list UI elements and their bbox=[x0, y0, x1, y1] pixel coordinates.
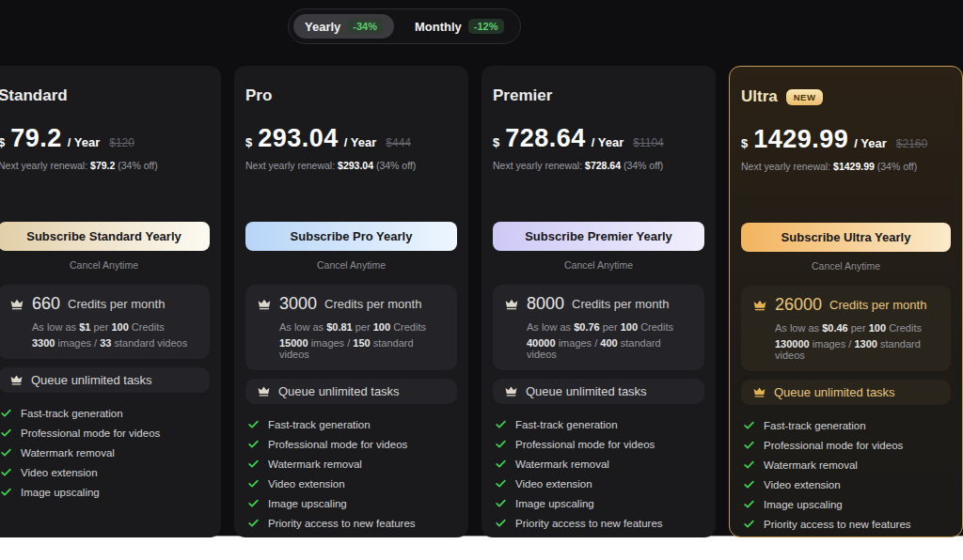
monthly-discount-badge: -12% bbox=[468, 19, 504, 34]
pricing-section: Yearly -34% Monthly -12% Standard $ 79.2… bbox=[0, 0, 963, 537]
monthly-label: Monthly bbox=[415, 20, 462, 34]
feature-list: Fast-track generation Professional mode … bbox=[493, 418, 704, 529]
price: $ 79.2 / Year $120 bbox=[0, 124, 210, 153]
check-icon bbox=[495, 517, 507, 529]
check-icon bbox=[247, 458, 260, 470]
credits-capacity: 40000 images / 400 standard videos bbox=[527, 337, 693, 360]
cancel-anytime-note: Cancel Anytime bbox=[493, 259, 704, 271]
check-icon bbox=[495, 458, 507, 470]
check-icon bbox=[0, 427, 12, 439]
check-icon bbox=[247, 497, 260, 509]
price-amount: 79.2 bbox=[10, 124, 62, 153]
price-period: / Year bbox=[344, 135, 376, 149]
subscribe-ultra-button[interactable]: Subscribe Ultra Yearly bbox=[741, 223, 951, 252]
feature-list: Fast-track generation Professional mode … bbox=[0, 407, 210, 498]
credits-capacity: 3300 images / 33 standard videos bbox=[32, 337, 198, 349]
renewal-note: Next yearly renewal: $79.2 (34% off) bbox=[0, 160, 210, 171]
queue-box: Queue unlimited tasks bbox=[493, 379, 704, 404]
currency-sign: $ bbox=[0, 135, 5, 149]
price: $ 293.04 / Year $444 bbox=[245, 124, 457, 153]
queue-label: Queue unlimited tasks bbox=[526, 384, 647, 398]
crown-icon bbox=[752, 298, 767, 313]
check-icon bbox=[0, 446, 12, 459]
feature-item: Watermark removal bbox=[247, 458, 457, 470]
feature-list: Fast-track generation Professional mode … bbox=[741, 419, 951, 537]
crown-icon bbox=[752, 385, 766, 399]
check-icon bbox=[495, 477, 507, 490]
price-period: / Year bbox=[854, 136, 886, 150]
feature-item: Priority access to new features bbox=[247, 517, 457, 529]
price-period: / Year bbox=[68, 135, 100, 149]
cancel-anytime-note: Cancel Anytime bbox=[741, 260, 951, 272]
plan-name: Pro bbox=[245, 86, 457, 105]
currency-sign: $ bbox=[493, 135, 499, 149]
billing-period-toggle: Yearly -34% Monthly -12% bbox=[288, 8, 521, 44]
cancel-anytime-note: Cancel Anytime bbox=[0, 259, 210, 271]
crown-icon bbox=[504, 384, 518, 398]
queue-box: Queue unlimited tasks bbox=[0, 367, 210, 393]
original-price: $2160 bbox=[896, 137, 927, 150]
feature-item: Image upscaling bbox=[247, 497, 457, 509]
plan-name: Standard bbox=[0, 86, 210, 105]
credits-rate: As low as $0.81 per 100 Credits bbox=[279, 321, 446, 333]
subscribe-premier-button[interactable]: Subscribe Premier Yearly bbox=[493, 222, 704, 251]
feature-item: Fast-track generation bbox=[247, 418, 457, 430]
plan-card-ultra: UltraNEW $ 1429.99 / Year $2160 Next yea… bbox=[729, 66, 963, 537]
check-icon bbox=[495, 497, 507, 509]
credits-label: Credits per month bbox=[829, 298, 926, 312]
check-icon bbox=[0, 407, 12, 419]
feature-item: Fast-track generation bbox=[495, 418, 704, 430]
check-icon bbox=[743, 419, 755, 431]
feature-item: Video extension bbox=[0, 466, 210, 478]
feature-item: Priority access to new features bbox=[743, 518, 951, 530]
check-icon bbox=[247, 517, 260, 529]
toggle-yearly[interactable]: Yearly -34% bbox=[293, 14, 394, 39]
feature-item: Professional mode for videos bbox=[495, 438, 704, 450]
feature-item: Image upscaling bbox=[743, 498, 951, 510]
check-icon bbox=[0, 486, 12, 498]
queue-label: Queue unlimited tasks bbox=[31, 373, 152, 387]
check-icon bbox=[247, 438, 260, 450]
feature-item: Priority access to new features bbox=[495, 517, 704, 529]
check-icon bbox=[495, 418, 507, 430]
subscribe-standard-button[interactable]: Subscribe Standard Yearly bbox=[0, 222, 210, 251]
check-icon bbox=[743, 498, 755, 510]
original-price: $444 bbox=[386, 136, 411, 149]
queue-label: Queue unlimited tasks bbox=[774, 385, 895, 399]
check-icon bbox=[743, 478, 755, 490]
crown-icon bbox=[257, 297, 272, 312]
queue-box: Queue unlimited tasks bbox=[245, 379, 457, 404]
queue-label: Queue unlimited tasks bbox=[278, 384, 400, 398]
billing-toggle-bar: Yearly -34% Monthly -12% bbox=[0, 0, 963, 58]
credits-label: Credits per month bbox=[68, 297, 165, 311]
plan-cards-row: Standard $ 79.2 / Year $120 Next yearly … bbox=[0, 66, 963, 537]
credits-amount: 26000 bbox=[775, 295, 822, 315]
price-period: / Year bbox=[592, 135, 624, 149]
price-amount: 1429.99 bbox=[753, 125, 848, 154]
check-icon bbox=[743, 518, 755, 530]
check-icon bbox=[743, 459, 755, 471]
original-price: $1104 bbox=[633, 136, 663, 149]
credits-label: Credits per month bbox=[572, 297, 669, 311]
feature-item: Fast-track generation bbox=[0, 407, 210, 419]
credits-amount: 3000 bbox=[279, 294, 317, 314]
check-icon bbox=[247, 418, 260, 430]
check-icon bbox=[743, 439, 755, 451]
toggle-monthly[interactable]: Monthly -12% bbox=[403, 14, 515, 39]
feature-list: Fast-track generation Professional mode … bbox=[245, 418, 457, 529]
renewal-note: Next yearly renewal: $728.64 (34% off) bbox=[493, 160, 704, 171]
feature-item: Watermark removal bbox=[743, 459, 951, 471]
subscribe-pro-button[interactable]: Subscribe Pro Yearly bbox=[245, 222, 457, 251]
plan-card-premier: Premier $ 728.64 / Year $1104 Next yearl… bbox=[482, 66, 716, 537]
crown-icon bbox=[9, 373, 24, 387]
plan-name: UltraNEW bbox=[741, 87, 951, 106]
feature-item: Image upscaling bbox=[495, 497, 704, 509]
price: $ 1429.99 / Year $2160 bbox=[741, 125, 951, 154]
check-icon bbox=[0, 466, 12, 478]
plan-card-standard: Standard $ 79.2 / Year $120 Next yearly … bbox=[0, 66, 221, 537]
credits-box: 3000 Credits per month As low as $0.81 p… bbox=[245, 285, 457, 370]
yearly-label: Yearly bbox=[305, 20, 340, 34]
queue-box: Queue unlimited tasks bbox=[741, 380, 951, 405]
yearly-discount-badge: -34% bbox=[347, 19, 383, 34]
credits-amount: 8000 bbox=[527, 294, 564, 314]
